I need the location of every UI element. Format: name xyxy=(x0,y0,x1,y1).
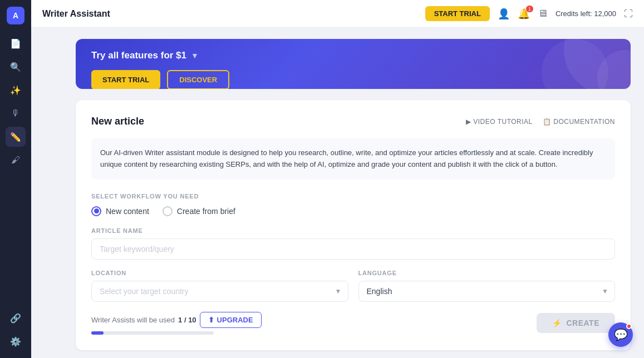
sidebar-item-pen[interactable]: ✏️ xyxy=(6,127,26,147)
progress-bar-bg xyxy=(91,331,214,335)
credits-label: Credits left: 12,000 xyxy=(555,9,616,18)
banner-start-trial-button[interactable]: START TRIAL xyxy=(91,70,160,89)
radio-from-brief[interactable] xyxy=(163,206,173,216)
doc-icon: 📋 xyxy=(543,118,552,126)
workflow-options: New content Create from brief xyxy=(91,206,615,216)
main-content: Try all features for $1 ▼ START TRIAL DI… xyxy=(62,28,644,358)
sidebar-item-search[interactable]: 🔍 xyxy=(6,57,26,77)
expand-icon[interactable]: ⛶ xyxy=(624,9,633,19)
new-article-card: New article ▶ VIDEO TUTORIAL 📋 DOCUMENTA… xyxy=(76,100,631,350)
card-footer: Writer Assists will be used 1 / 10 ⬆ UPG… xyxy=(91,312,615,335)
sidebar-item-link[interactable]: 🔗 xyxy=(6,308,26,328)
banner-chevron-icon: ▼ xyxy=(191,51,199,60)
location-select[interactable]: Select your target country xyxy=(91,281,348,302)
banner-discover-button[interactable]: DISCOVER xyxy=(167,70,229,89)
sidebar-item-magic[interactable]: ✨ xyxy=(6,80,26,100)
topbar-actions: START TRIAL 👤 🔔 1 🖥 Credits left: 12,000… xyxy=(425,6,633,21)
assists-info: Writer Assists will be used 1 / 10 ⬆ UPG… xyxy=(91,312,262,335)
assists-count: 1 / 10 xyxy=(178,316,196,324)
workflow-label: SELECT WORKFLOW YOU NEED xyxy=(91,193,615,200)
card-description: Our AI-driven Writer assistant module is… xyxy=(91,138,615,180)
radio-new-content[interactable] xyxy=(91,206,101,216)
create-icon: ⚡ xyxy=(552,319,562,327)
card-links: ▶ VIDEO TUTORIAL 📋 DOCUMENTATION xyxy=(466,118,615,126)
topbar-monitor-icon[interactable]: 🖥 xyxy=(538,8,548,19)
topbar-user-icon[interactable]: 👤 xyxy=(498,8,510,20)
workflow-new-content[interactable]: New content xyxy=(91,206,149,216)
banner-title: Try all features for $1 ▼ xyxy=(91,50,615,61)
location-select-wrapper: Select your target country ▼ xyxy=(91,281,348,302)
sidebar-item-file[interactable]: 📄 xyxy=(6,33,26,53)
create-button[interactable]: ⚡ CREATE xyxy=(537,313,615,333)
language-field: LANGUAGE English Spanish French German ▼ xyxy=(358,270,616,302)
assists-text: Writer Assists will be used 1 / 10 ⬆ UPG… xyxy=(91,312,262,328)
sidebar-item-voice[interactable]: 🎙 xyxy=(6,103,26,123)
banner-buttons: START TRIAL DISCOVER xyxy=(91,70,615,89)
play-icon: ▶ xyxy=(466,118,471,126)
topbar-start-trial-button[interactable]: START TRIAL xyxy=(425,6,490,21)
article-name-label: ARTICLE NAME xyxy=(91,227,615,234)
sidebar-item-settings[interactable]: ⚙️ xyxy=(6,331,26,351)
chat-button[interactable]: 💬 xyxy=(608,322,633,347)
language-select-wrapper: English Spanish French German ▼ xyxy=(358,281,616,302)
language-select[interactable]: English Spanish French German xyxy=(358,281,616,302)
article-name-input[interactable] xyxy=(91,238,615,260)
topbar: Writer Assistant START TRIAL 👤 🔔 1 🖥 Cre… xyxy=(31,0,644,28)
language-label: LANGUAGE xyxy=(358,270,616,276)
article-name-field: ARTICLE NAME xyxy=(91,227,615,260)
trial-banner: Try all features for $1 ▼ START TRIAL DI… xyxy=(76,39,631,89)
page-title: Writer Assistant xyxy=(42,9,425,19)
upgrade-icon: ⬆ xyxy=(208,316,214,324)
card-title: New article xyxy=(91,116,144,127)
sidebar-item-brush[interactable]: 🖌 xyxy=(6,150,26,170)
bell-badge: 1 xyxy=(526,6,533,12)
location-field: LOCATION Select your target country ▼ xyxy=(91,270,348,302)
sidebar: A 📄 🔍 ✨ 🎙 ✏️ 🖌 🔗 ⚙️ xyxy=(0,0,31,358)
workflow-from-brief[interactable]: Create from brief xyxy=(163,206,235,216)
topbar-bell[interactable]: 🔔 1 xyxy=(518,8,530,20)
documentation-link[interactable]: 📋 DOCUMENTATION xyxy=(543,118,615,126)
chat-badge xyxy=(626,324,632,329)
location-language-row: LOCATION Select your target country ▼ LA… xyxy=(91,270,615,302)
app-logo[interactable]: A xyxy=(7,7,24,24)
location-label: LOCATION xyxy=(91,270,348,276)
card-header: New article ▶ VIDEO TUTORIAL 📋 DOCUMENTA… xyxy=(91,116,615,127)
video-tutorial-link[interactable]: ▶ VIDEO TUTORIAL xyxy=(466,118,533,126)
upgrade-button[interactable]: ⬆ UPGRADE xyxy=(200,312,262,328)
progress-bar-fill xyxy=(91,331,104,335)
radio-inner xyxy=(94,208,99,213)
